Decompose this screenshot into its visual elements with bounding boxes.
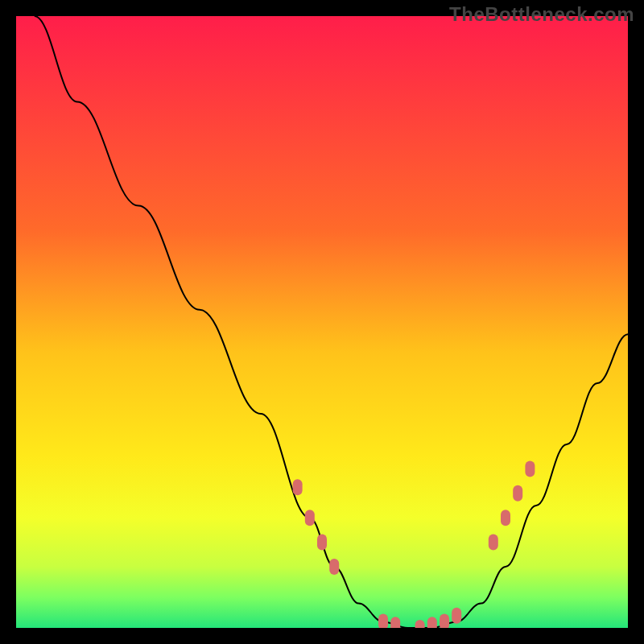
curve-marker [427, 617, 437, 628]
curve-marker [525, 460, 535, 477]
curve-marker [440, 613, 449, 628]
curve-marker [378, 613, 388, 628]
curve-marker [501, 510, 510, 526]
curve-marker [390, 617, 400, 628]
chart-frame: TheBottleneck.com [0, 0, 644, 644]
curve-marker [489, 535, 498, 551]
curve-marker [513, 485, 522, 502]
plot-area [16, 16, 628, 628]
plot-svg [16, 16, 628, 628]
curve-marker [317, 535, 327, 551]
curve-marker [329, 559, 339, 575]
curve-marker [305, 510, 315, 526]
curve-marker [452, 608, 461, 624]
curve-marker [293, 479, 303, 495]
